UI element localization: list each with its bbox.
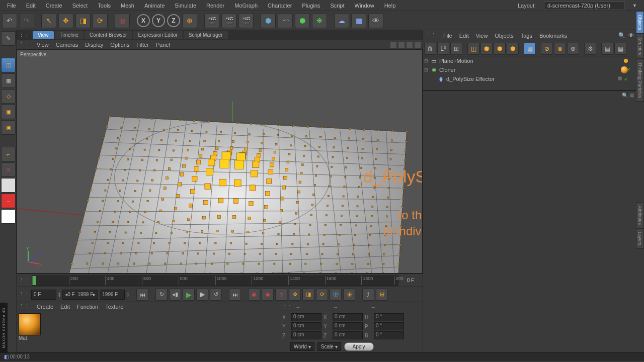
last-tool-icon[interactable]: ◎: [115, 13, 130, 28]
key-misc2-icon[interactable]: ⊟: [376, 289, 388, 301]
mat-menu-function[interactable]: Function: [77, 304, 98, 310]
rtb-1-icon[interactable]: 🗑: [424, 43, 436, 55]
key-misc1-icon[interactable]: ⤴: [362, 289, 374, 301]
rtb-13-icon[interactable]: ▦: [614, 43, 626, 55]
vp-nav3-icon[interactable]: [407, 42, 413, 48]
r-menu-view[interactable]: View: [476, 33, 488, 39]
tab-script-manager[interactable]: Script Manager: [184, 31, 228, 39]
rtb-11-icon[interactable]: ⚙: [584, 43, 596, 55]
record-button[interactable]: ◉: [248, 289, 260, 301]
rot-h-field[interactable]: 0 °: [374, 313, 404, 321]
menu-select[interactable]: Select: [67, 3, 93, 9]
tab-content-browser[interactable]: Content Browser: [85, 31, 132, 39]
r-menu-file[interactable]: File: [443, 33, 452, 39]
loop-button[interactable]: ↻: [155, 289, 168, 301]
layer2-icon[interactable]: –: [1, 194, 16, 208]
rtb-8-icon[interactable]: ⊘: [541, 43, 553, 55]
menu-create[interactable]: Create: [41, 3, 67, 9]
spline-icon[interactable]: 〰: [278, 13, 293, 28]
x-axis-toggle[interactable]: X: [137, 14, 150, 27]
menu-mograph[interactable]: MoGraph: [229, 3, 263, 9]
mat-menu-edit[interactable]: Edit: [60, 304, 70, 310]
size-x-field[interactable]: 0 cm: [333, 313, 363, 321]
rtb-6-icon[interactable]: ⬢: [494, 43, 506, 55]
model-mode-icon[interactable]: ◫: [1, 58, 16, 72]
menu-simulate[interactable]: Simulate: [170, 3, 201, 9]
vp-menu-filter[interactable]: Filter: [136, 42, 148, 48]
rotate-tool-icon[interactable]: ⟳: [93, 13, 108, 28]
menu-help[interactable]: Help: [379, 3, 401, 9]
light-icon[interactable]: 👁: [368, 13, 383, 28]
texture-mode-icon[interactable]: ▦: [1, 73, 16, 88]
rtb-5-icon[interactable]: ⬢: [480, 43, 493, 55]
rtab-attributes[interactable]: Attributes: [636, 202, 644, 228]
key-grid-icon[interactable]: ⊞: [343, 289, 355, 301]
goto-frame-field[interactable]: 1999 F: [100, 290, 125, 300]
pos-x-field[interactable]: 0 cm: [291, 313, 321, 321]
menu-character[interactable]: Character: [263, 3, 297, 9]
attr-lock-icon[interactable]: ⊠: [630, 93, 634, 98]
rtab-objects[interactable]: Objects: [636, 11, 644, 34]
rot-p-field[interactable]: 0 °: [374, 322, 404, 330]
render-view-icon[interactable]: 🎬: [204, 13, 219, 28]
rtb-filter-icon[interactable]: ▦: [524, 43, 536, 55]
edge-mode-icon[interactable]: ▣: [1, 120, 16, 135]
pos-y-field[interactable]: 0 cm: [291, 322, 321, 330]
material-tag-icon[interactable]: [621, 66, 628, 73]
r-menu-bookmarks[interactable]: Bookmarks: [539, 33, 567, 39]
vp-menu-display[interactable]: Display: [85, 42, 103, 48]
tree-toggle-icon[interactable]: ⊟: [424, 58, 430, 63]
menu-window[interactable]: Window: [350, 3, 379, 9]
key-scale-icon[interactable]: ◨: [302, 289, 314, 301]
redo-button[interactable]: ↷: [19, 13, 34, 28]
menu-file[interactable]: File: [2, 3, 21, 9]
menu-render[interactable]: Render: [201, 3, 229, 9]
rot-b-field[interactable]: 0 °: [374, 331, 404, 339]
autokey-button[interactable]: ◉: [262, 289, 274, 301]
vp-menu-options[interactable]: Options: [110, 42, 129, 48]
layer3-icon[interactable]: [1, 209, 16, 224]
coord-mode-dropdown[interactable]: Scale ▾: [317, 342, 341, 351]
eye-icon[interactable]: 👁: [628, 32, 634, 39]
enable-check-icon[interactable]: ✓: [624, 76, 628, 82]
attr-search-icon[interactable]: 🔍: [622, 93, 628, 98]
mat-menu-create[interactable]: Create: [37, 304, 53, 310]
render-region-icon[interactable]: 🎬: [221, 13, 236, 28]
r-menu-objects[interactable]: Objects: [495, 33, 513, 39]
undo-button[interactable]: ↶: [2, 13, 17, 28]
tree-row-cloner[interactable]: ⊟ ✱ Cloner ✓: [423, 65, 644, 74]
pos-z-field[interactable]: 0 cm: [291, 331, 321, 339]
rtb-3-icon[interactable]: ⊞: [450, 43, 462, 55]
mat-menu-texture[interactable]: Texture: [105, 304, 123, 310]
camera-icon[interactable]: ▦: [351, 13, 366, 28]
z-axis-toggle[interactable]: Z: [167, 14, 180, 27]
goto-start-button[interactable]: ⏮: [136, 289, 148, 301]
vp-nav4-icon[interactable]: [415, 42, 421, 48]
rtb-10-icon[interactable]: ⊕: [567, 43, 579, 55]
r-menu-tags[interactable]: Tags: [521, 33, 532, 39]
rtb-12-icon[interactable]: ▤: [601, 43, 613, 55]
axis-icon[interactable]: ⌐: [1, 147, 16, 161]
key-pos-icon[interactable]: ✥: [289, 289, 301, 301]
primitive-cube-icon[interactable]: ⬢: [261, 13, 276, 28]
rtab-layers[interactable]: Layers: [636, 228, 644, 249]
select-tool-icon[interactable]: ↖: [41, 13, 56, 28]
apply-button[interactable]: Apply: [344, 342, 374, 351]
vp-menu-view[interactable]: View: [37, 42, 49, 48]
current-frame-field[interactable]: 0 F: [31, 290, 56, 300]
coord-space-dropdown[interactable]: World ▾: [290, 342, 314, 351]
scale-tool-icon[interactable]: ◨: [75, 13, 91, 28]
vp-menu-panel[interactable]: Panel: [156, 42, 170, 48]
vis-dot-icon[interactable]: [624, 59, 628, 63]
generator-icon[interactable]: ⬢: [295, 13, 310, 28]
menu-plugins[interactable]: Plugins: [297, 3, 325, 9]
viewport[interactable]: Perspective d_PolySiz: [17, 49, 423, 274]
rtab-thinking-particles[interactable]: Thinking Particles: [636, 59, 644, 102]
menu-script[interactable]: Script: [325, 3, 349, 9]
tab-expression-editor[interactable]: Expression Editor: [133, 31, 182, 39]
rtab-structure[interactable]: Structure: [636, 34, 644, 59]
tab-timeline[interactable]: Timeline: [55, 31, 84, 39]
timeline-ruler[interactable]: 0 200 400 600 800 1000 1200 1400 1600 18…: [32, 276, 398, 286]
point-mode-icon[interactable]: ▣: [1, 105, 16, 119]
menu-tools[interactable]: Tools: [93, 3, 116, 9]
